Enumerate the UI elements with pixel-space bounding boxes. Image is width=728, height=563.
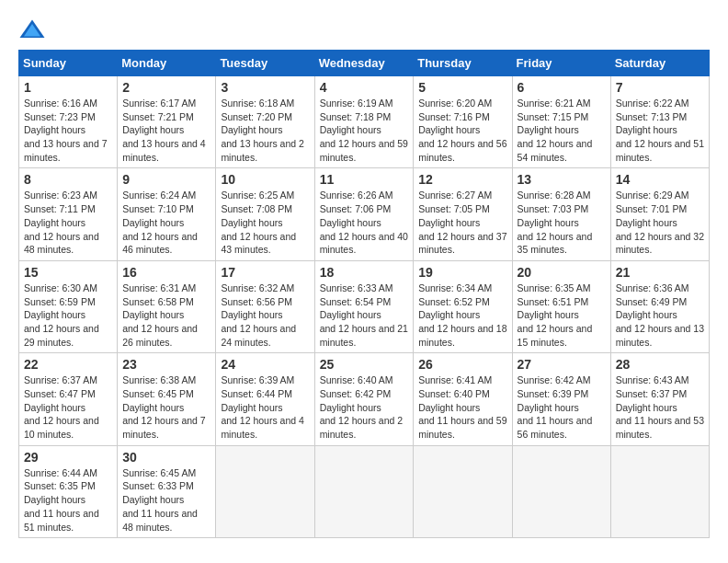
day-info: Sunrise: 6:19 AMSunset: 7:18 PMDaylight … bbox=[320, 98, 408, 163]
day-info: Sunrise: 6:22 AMSunset: 7:13 PMDaylight … bbox=[616, 98, 704, 163]
day-number: 13 bbox=[518, 172, 606, 187]
logo bbox=[18, 18, 50, 40]
calendar-day-cell: 8 Sunrise: 6:23 AMSunset: 7:11 PMDayligh… bbox=[19, 168, 118, 260]
calendar-day-cell: 14 Sunrise: 6:29 AMSunset: 7:01 PMDaylig… bbox=[610, 168, 709, 260]
calendar-table: SundayMondayTuesdayWednesdayThursdayFrid… bbox=[18, 50, 710, 538]
calendar-week-row: 29 Sunrise: 6:44 AMSunset: 6:35 PMDaylig… bbox=[19, 445, 710, 537]
calendar-week-row: 8 Sunrise: 6:23 AMSunset: 7:11 PMDayligh… bbox=[19, 168, 710, 260]
calendar-body: 1 Sunrise: 6:16 AMSunset: 7:23 PMDayligh… bbox=[19, 76, 710, 538]
calendar-day-cell: 11 Sunrise: 6:26 AMSunset: 7:06 PMDaylig… bbox=[314, 168, 414, 260]
day-number: 2 bbox=[122, 80, 210, 95]
calendar-day-cell bbox=[216, 445, 314, 537]
calendar-day-cell bbox=[610, 445, 709, 537]
day-number: 21 bbox=[616, 265, 704, 280]
day-number: 22 bbox=[24, 357, 112, 372]
weekday-header-cell: Wednesday bbox=[314, 51, 414, 76]
calendar-day-cell: 1 Sunrise: 6:16 AMSunset: 7:23 PMDayligh… bbox=[19, 76, 118, 168]
day-info: Sunrise: 6:36 AMSunset: 6:49 PMDaylight … bbox=[616, 282, 704, 348]
day-info: Sunrise: 6:32 AMSunset: 6:56 PMDaylight … bbox=[221, 282, 296, 348]
day-number: 10 bbox=[221, 172, 309, 187]
day-info: Sunrise: 6:29 AMSunset: 7:01 PMDaylight … bbox=[616, 190, 704, 255]
day-info: Sunrise: 6:24 AMSunset: 7:10 PMDaylight … bbox=[122, 190, 198, 255]
day-number: 8 bbox=[24, 172, 112, 187]
day-info: Sunrise: 6:23 AMSunset: 7:11 PMDaylight … bbox=[24, 190, 99, 255]
day-number: 12 bbox=[418, 172, 506, 187]
calendar-day-cell: 9 Sunrise: 6:24 AMSunset: 7:10 PMDayligh… bbox=[118, 168, 216, 260]
calendar-day-cell: 16 Sunrise: 6:31 AMSunset: 6:58 PMDaylig… bbox=[118, 260, 216, 352]
weekday-header-cell: Sunday bbox=[19, 51, 118, 76]
day-number: 27 bbox=[518, 357, 606, 372]
calendar-day-cell: 19 Sunrise: 6:34 AMSunset: 6:52 PMDaylig… bbox=[414, 260, 512, 352]
weekday-header-cell: Monday bbox=[118, 51, 216, 76]
day-number: 1 bbox=[24, 80, 112, 95]
calendar-day-cell: 26 Sunrise: 6:41 AMSunset: 6:40 PMDaylig… bbox=[414, 353, 512, 445]
day-number: 24 bbox=[221, 357, 309, 372]
calendar-day-cell: 30 Sunrise: 6:45 AMSunset: 6:33 PMDaylig… bbox=[118, 445, 216, 537]
calendar-day-cell: 23 Sunrise: 6:38 AMSunset: 6:45 PMDaylig… bbox=[118, 353, 216, 445]
calendar-day-cell: 10 Sunrise: 6:25 AMSunset: 7:08 PMDaylig… bbox=[216, 168, 314, 260]
calendar-day-cell: 25 Sunrise: 6:40 AMSunset: 6:42 PMDaylig… bbox=[314, 353, 414, 445]
day-info: Sunrise: 6:25 AMSunset: 7:08 PMDaylight … bbox=[221, 190, 296, 255]
day-number: 25 bbox=[320, 357, 409, 372]
day-info: Sunrise: 6:40 AMSunset: 6:42 PMDaylight … bbox=[320, 374, 404, 440]
day-number: 19 bbox=[418, 265, 506, 280]
day-info: Sunrise: 6:27 AMSunset: 7:05 PMDaylight … bbox=[418, 190, 506, 255]
calendar-week-row: 22 Sunrise: 6:37 AMSunset: 6:47 PMDaylig… bbox=[19, 353, 710, 445]
calendar-day-cell: 3 Sunrise: 6:18 AMSunset: 7:20 PMDayligh… bbox=[216, 76, 314, 168]
weekday-header-cell: Friday bbox=[512, 51, 610, 76]
calendar-day-cell: 27 Sunrise: 6:42 AMSunset: 6:39 PMDaylig… bbox=[512, 353, 610, 445]
day-info: Sunrise: 6:31 AMSunset: 6:58 PMDaylight … bbox=[122, 282, 198, 348]
day-number: 28 bbox=[616, 357, 704, 372]
day-info: Sunrise: 6:16 AMSunset: 7:23 PMDaylight … bbox=[24, 98, 108, 163]
day-info: Sunrise: 6:38 AMSunset: 6:45 PMDaylight … bbox=[122, 374, 206, 440]
day-info: Sunrise: 6:42 AMSunset: 6:39 PMDaylight … bbox=[518, 374, 593, 440]
weekday-header-cell: Saturday bbox=[610, 51, 709, 76]
day-info: Sunrise: 6:17 AMSunset: 7:21 PMDaylight … bbox=[122, 98, 206, 163]
calendar-day-cell bbox=[414, 445, 512, 537]
calendar-day-cell bbox=[314, 445, 414, 537]
day-info: Sunrise: 6:37 AMSunset: 6:47 PMDaylight … bbox=[24, 374, 99, 440]
day-info: Sunrise: 6:20 AMSunset: 7:16 PMDaylight … bbox=[418, 98, 506, 163]
calendar-day-cell: 28 Sunrise: 6:43 AMSunset: 6:37 PMDaylig… bbox=[610, 353, 709, 445]
calendar-day-cell: 2 Sunrise: 6:17 AMSunset: 7:21 PMDayligh… bbox=[118, 76, 216, 168]
page-header bbox=[18, 18, 710, 40]
day-number: 15 bbox=[24, 265, 112, 280]
day-info: Sunrise: 6:26 AMSunset: 7:06 PMDaylight … bbox=[320, 190, 408, 255]
day-info: Sunrise: 6:18 AMSunset: 7:20 PMDaylight … bbox=[221, 98, 304, 163]
calendar-day-cell: 22 Sunrise: 6:37 AMSunset: 6:47 PMDaylig… bbox=[19, 353, 118, 445]
calendar-day-cell: 13 Sunrise: 6:28 AMSunset: 7:03 PMDaylig… bbox=[512, 168, 610, 260]
calendar-day-cell bbox=[512, 445, 610, 537]
calendar-week-row: 1 Sunrise: 6:16 AMSunset: 7:23 PMDayligh… bbox=[19, 76, 710, 168]
day-info: Sunrise: 6:21 AMSunset: 7:15 PMDaylight … bbox=[518, 98, 593, 163]
calendar-day-cell: 6 Sunrise: 6:21 AMSunset: 7:15 PMDayligh… bbox=[512, 76, 610, 168]
day-number: 23 bbox=[122, 357, 210, 372]
calendar-day-cell: 12 Sunrise: 6:27 AMSunset: 7:05 PMDaylig… bbox=[414, 168, 512, 260]
calendar-day-cell: 18 Sunrise: 6:33 AMSunset: 6:54 PMDaylig… bbox=[314, 260, 414, 352]
calendar-day-cell: 7 Sunrise: 6:22 AMSunset: 7:13 PMDayligh… bbox=[610, 76, 709, 168]
day-number: 17 bbox=[221, 265, 309, 280]
day-info: Sunrise: 6:33 AMSunset: 6:54 PMDaylight … bbox=[320, 282, 408, 348]
day-info: Sunrise: 6:45 AMSunset: 6:33 PMDaylight … bbox=[122, 467, 198, 533]
day-info: Sunrise: 6:30 AMSunset: 6:59 PMDaylight … bbox=[24, 282, 99, 348]
day-info: Sunrise: 6:41 AMSunset: 6:40 PMDaylight … bbox=[418, 374, 506, 440]
day-info: Sunrise: 6:34 AMSunset: 6:52 PMDaylight … bbox=[418, 282, 506, 348]
day-number: 16 bbox=[122, 265, 210, 280]
day-number: 7 bbox=[616, 80, 704, 95]
day-info: Sunrise: 6:44 AMSunset: 6:35 PMDaylight … bbox=[24, 467, 99, 533]
calendar-day-cell: 20 Sunrise: 6:35 AMSunset: 6:51 PMDaylig… bbox=[512, 260, 610, 352]
weekday-header-cell: Thursday bbox=[414, 51, 512, 76]
calendar-day-cell: 21 Sunrise: 6:36 AMSunset: 6:49 PMDaylig… bbox=[610, 260, 709, 352]
calendar-day-cell: 5 Sunrise: 6:20 AMSunset: 7:16 PMDayligh… bbox=[414, 76, 512, 168]
day-number: 14 bbox=[616, 172, 704, 187]
calendar-week-row: 15 Sunrise: 6:30 AMSunset: 6:59 PMDaylig… bbox=[19, 260, 710, 352]
weekday-header-row: SundayMondayTuesdayWednesdayThursdayFrid… bbox=[19, 51, 710, 76]
day-number: 9 bbox=[122, 172, 210, 187]
day-info: Sunrise: 6:39 AMSunset: 6:44 PMDaylight … bbox=[221, 374, 304, 440]
day-number: 11 bbox=[320, 172, 409, 187]
day-number: 18 bbox=[320, 265, 409, 280]
day-info: Sunrise: 6:28 AMSunset: 7:03 PMDaylight … bbox=[518, 190, 593, 255]
day-number: 6 bbox=[518, 80, 606, 95]
calendar-day-cell: 29 Sunrise: 6:44 AMSunset: 6:35 PMDaylig… bbox=[19, 445, 118, 537]
day-info: Sunrise: 6:43 AMSunset: 6:37 PMDaylight … bbox=[616, 374, 704, 440]
day-number: 5 bbox=[418, 80, 506, 95]
